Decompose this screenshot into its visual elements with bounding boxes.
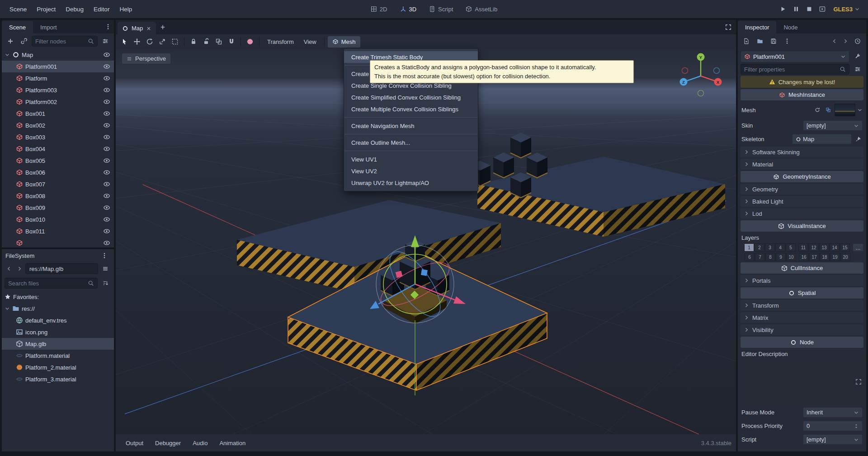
unlock-node-button[interactable] <box>200 36 212 47</box>
scene-node-row[interactable]: Platform003 <box>2 84 114 96</box>
script-dropdown[interactable]: [empty] <box>803 434 863 445</box>
menu-item-create-navigation-mesh[interactable]: Create Navigation Mesh <box>344 120 478 132</box>
scene-node-row[interactable]: Box008 <box>2 190 114 202</box>
visibility-eye-icon[interactable] <box>103 122 110 129</box>
history-back-button[interactable] <box>830 36 839 47</box>
editor-description-box[interactable] <box>741 360 863 405</box>
visibility-eye-icon[interactable] <box>103 86 110 94</box>
menu-scene[interactable]: Scene <box>5 4 32 15</box>
visibility-eye-icon[interactable] <box>103 51 110 58</box>
scene-node-row[interactable]: Box001 <box>2 108 114 119</box>
layer-cell[interactable]: 15 <box>840 243 850 252</box>
section-spatial[interactable]: Spatial <box>741 287 863 299</box>
favorites-row[interactable]: Favorites: <box>2 291 114 303</box>
resource-options-button[interactable] <box>781 36 793 47</box>
transform-menu[interactable]: Transform <box>263 36 298 48</box>
dock-options-button[interactable] <box>99 250 110 261</box>
layer-cell[interactable]: 11 <box>798 243 808 252</box>
new-scene-tab-button[interactable] <box>157 22 169 33</box>
layer-cell[interactable]: 7 <box>755 253 765 261</box>
group-visibility[interactable]: Visibility <box>741 324 863 335</box>
visibility-eye-icon[interactable] <box>103 204 110 211</box>
tab-node[interactable]: Node <box>776 21 805 33</box>
visibility-eye-icon[interactable] <box>103 63 110 70</box>
section-cullinstance[interactable]: CullInstance <box>741 262 863 274</box>
skin-dropdown[interactable]: [empty] <box>803 120 863 131</box>
dock-options-button[interactable] <box>102 21 114 32</box>
section-meshinstance[interactable]: MeshInstance <box>741 89 863 100</box>
spinner-updown-icon[interactable] <box>854 423 859 429</box>
visibility-eye-icon[interactable] <box>103 192 110 200</box>
section-geometryinstance[interactable]: GeometryInstance <box>741 171 863 182</box>
group-geometry[interactable]: Geometry <box>741 184 863 195</box>
edited-object-dropdown[interactable]: Platform001 <box>741 51 849 62</box>
collapse-arrow-icon[interactable] <box>5 306 10 311</box>
select-tool-button[interactable] <box>118 36 130 47</box>
lock-node-button[interactable] <box>188 36 199 47</box>
animation-button[interactable]: Animation <box>214 437 251 449</box>
play-button[interactable] <box>777 4 789 14</box>
layer-cell[interactable]: 17 <box>809 253 819 261</box>
file-row[interactable]: default_env.tres <box>2 314 114 326</box>
scene-node-row[interactable]: Map <box>2 49 114 61</box>
scene-node-row[interactable]: Platform <box>2 72 114 84</box>
layer-cell[interactable]: 1 <box>744 243 754 252</box>
navigation-gizmo[interactable]: Y X Z <box>677 51 724 98</box>
move-tool-button[interactable] <box>131 36 143 47</box>
layer-cell[interactable]: 13 <box>819 243 829 252</box>
sort-files-button[interactable] <box>99 278 111 289</box>
mesh-menu-button[interactable]: Mesh <box>328 36 360 48</box>
stop-button[interactable] <box>803 4 815 14</box>
debugger-button[interactable]: Debugger <box>150 437 186 449</box>
new-resource-button[interactable] <box>741 36 752 47</box>
scene-node-row[interactable]: Box010 <box>2 214 114 225</box>
property-options-button[interactable] <box>852 64 863 75</box>
renderer-dropdown[interactable]: GLES3 <box>830 4 863 14</box>
workspace-3d-button[interactable]: 3D <box>396 4 420 15</box>
visibility-eye-icon[interactable] <box>103 110 110 117</box>
file-row[interactable]: Platform.material <box>2 350 114 361</box>
tab-inspector[interactable]: Inspector <box>738 21 776 33</box>
layer-cell[interactable]: 6 <box>745 253 755 261</box>
file-row-selected[interactable]: Map.glb <box>2 338 114 350</box>
filter-nodes-field[interactable] <box>32 36 98 47</box>
group-matrix[interactable]: Matrix <box>741 312 863 323</box>
group-baked-light[interactable]: Baked Light <box>741 196 863 207</box>
layer-cell[interactable]: 8 <box>765 253 775 261</box>
history-forward-button[interactable] <box>15 263 24 274</box>
layer-cell[interactable]: 19 <box>830 253 840 261</box>
workspace-assetlib-button[interactable]: AssetLib <box>462 4 501 15</box>
rotate-tool-button[interactable] <box>144 36 156 47</box>
node-options-button[interactable] <box>99 36 111 47</box>
instance-scene-button[interactable] <box>18 36 30 47</box>
scene-node-row[interactable]: Box005 <box>2 155 114 166</box>
scene-node-row[interactable]: Box006 <box>2 166 114 178</box>
group-lod[interactable]: Lod <box>741 208 863 219</box>
menu-editor[interactable]: Editor <box>89 4 114 15</box>
visibility-eye-icon[interactable] <box>103 180 110 188</box>
expand-icon[interactable] <box>855 379 862 385</box>
pause-mode-dropdown[interactable]: Inherit <box>803 407 863 418</box>
menu-item-create-multiple-convex[interactable]: Create Multiple Convex Collision Sibling… <box>344 103 478 115</box>
search-files-input[interactable] <box>8 280 85 287</box>
view-menu[interactable]: View <box>299 36 321 48</box>
current-path-field[interactable]: res://Map.glb <box>25 263 98 274</box>
visibility-eye-icon[interactable] <box>103 133 110 141</box>
menu-debug[interactable]: Debug <box>61 4 89 15</box>
file-row[interactable]: icon.png <box>2 326 114 338</box>
history-back-button[interactable] <box>5 263 14 274</box>
perspective-menu[interactable]: Perspective <box>122 53 170 64</box>
scene-node-row[interactable]: Box004 <box>2 143 114 155</box>
scene-node-row[interactable]: Platform002 <box>2 96 114 108</box>
section-node[interactable]: Node <box>741 337 863 348</box>
close-icon[interactable] <box>146 26 151 31</box>
menu-item-create-simplified-convex[interactable]: Create Simplified Convex Collision Sibli… <box>344 91 478 103</box>
misc-tool-button[interactable] <box>244 36 256 47</box>
section-visualinstance[interactable]: VisualInstance <box>741 220 863 232</box>
scene-node-row[interactable]: Box002 <box>2 119 114 131</box>
group-node-button[interactable] <box>213 36 225 47</box>
group-portals[interactable]: Portals <box>741 275 863 286</box>
list-select-button[interactable] <box>169 36 181 47</box>
assign-node-button[interactable] <box>854 134 863 145</box>
file-row[interactable]: Platform_2.material <box>2 361 114 373</box>
